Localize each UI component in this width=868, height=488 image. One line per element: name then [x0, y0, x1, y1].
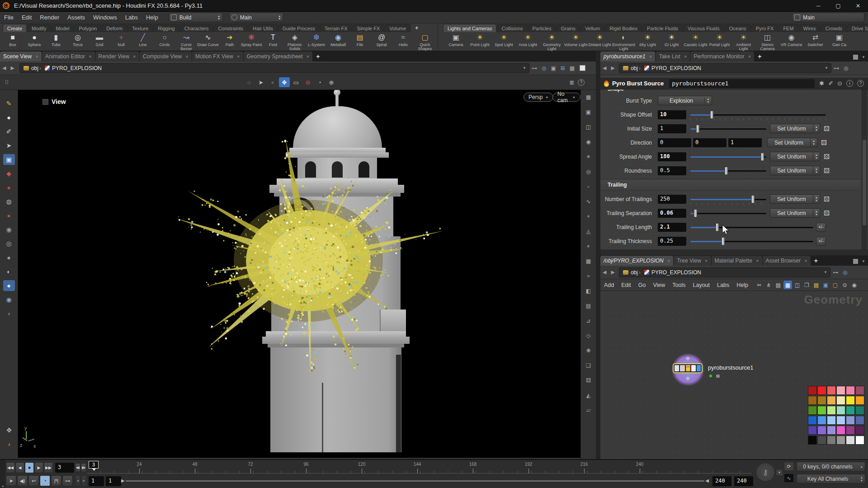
pane-tab--obj-pyro-explosion[interactable]: /obj/PYRO_EXPLOSION✕	[600, 256, 673, 266]
rewind-button[interactable]: ◀◀	[6, 462, 15, 473]
grid-tool[interactable]: ▬Grid	[89, 33, 110, 51]
display-options-icon[interactable]: ≣	[566, 77, 577, 87]
range-end-field[interactable]: 240	[712, 476, 731, 486]
pane-tab-material-palette[interactable]: Material Palette✕	[712, 256, 762, 266]
shelf-tab-modify[interactable]: Modify	[27, 24, 51, 32]
palette-swatch[interactable]	[817, 426, 826, 435]
color-swatch-icon[interactable]	[580, 65, 585, 71]
close-button[interactable]: ✕	[848, 0, 868, 12]
param-slider[interactable]	[690, 110, 826, 119]
menu-render[interactable]: Render	[36, 12, 63, 23]
uniform-spinner[interactable]: ▲▼	[813, 166, 820, 175]
param-scrollbar[interactable]	[862, 89, 867, 249]
close-tab-icon[interactable]: ✕	[89, 55, 92, 59]
shelf-tab-fem[interactable]: FEM	[778, 24, 798, 32]
box-display-icon[interactable]: ▫	[584, 182, 594, 191]
pane-menu-icon[interactable]	[853, 55, 858, 60]
param-slider[interactable]	[690, 152, 766, 161]
layout-single-icon[interactable]: ▦	[584, 93, 594, 102]
add-pane-tab-button[interactable]: +	[313, 52, 323, 61]
close-tab-icon[interactable]: ✕	[684, 55, 687, 59]
l-system-tool[interactable]: ❆L-System	[306, 33, 327, 51]
attract-tool-icon[interactable]: ●	[3, 210, 15, 221]
radar-icon[interactable]: ◎	[584, 167, 594, 176]
sky-light-tool[interactable]: ☀Sky Light	[636, 33, 660, 51]
burst-icon[interactable]: ❋	[584, 346, 594, 355]
snapshot-icon[interactable]: ▣	[548, 65, 558, 71]
palette-swatch[interactable]	[808, 426, 817, 435]
shelf-tab-grains[interactable]: Grains	[557, 24, 580, 32]
randomize-icon[interactable]: ⚄	[823, 125, 830, 132]
path-root[interactable]: obj	[31, 65, 38, 71]
tree-icon[interactable]: ⋔	[764, 281, 773, 289]
note-icon[interactable]: ▤	[812, 281, 821, 289]
help-icon[interactable]: ?	[857, 80, 864, 87]
menu-labs[interactable]: Labs	[121, 12, 142, 23]
path-dropdown-icon[interactable]: ▼	[825, 66, 828, 70]
wave-icon[interactable]: ∿	[584, 197, 594, 206]
palette-swatch[interactable]	[836, 406, 845, 415]
maximize-button[interactable]: ▢	[828, 0, 848, 12]
menu-edit[interactable]: Edit	[18, 12, 36, 23]
audio-icon[interactable]: ◀)	[17, 475, 28, 486]
play-button[interactable]: ▶	[34, 462, 43, 473]
tube-tool[interactable]: ▮Tube	[45, 33, 67, 51]
palette-swatch[interactable]	[846, 396, 855, 405]
plusminus-button[interactable]: +/-	[816, 223, 826, 232]
close-tab-icon[interactable]: ✕	[756, 259, 759, 263]
shelf-tab-particle-fluids[interactable]: Particle Fluids	[642, 24, 683, 32]
shelf-tab-characters[interactable]: Characters	[180, 24, 213, 32]
key-marker-icon[interactable]: ⊶	[62, 475, 73, 486]
spot-light-tool[interactable]: ☀Spot Light	[492, 33, 516, 51]
shelf-tab-hair-utils[interactable]: Hair Utils	[248, 24, 278, 32]
palette-swatch[interactable]	[808, 436, 817, 445]
shelf-tab-oceans[interactable]: Oceans	[725, 24, 751, 32]
diamond-icon[interactable]: ◇	[584, 331, 594, 340]
viewport-help-icon[interactable]: ?	[578, 79, 585, 86]
prism-icon[interactable]: ◭	[584, 391, 594, 400]
line-tool[interactable]: ╱Line	[132, 33, 154, 51]
close-tab-icon[interactable]: ✕	[237, 55, 240, 59]
null-tool[interactable]: +Null	[110, 33, 132, 51]
draw-curve-tool[interactable]: ∿Draw Curve	[197, 33, 219, 51]
palette-swatch[interactable]	[846, 426, 855, 435]
geometry-light-tool[interactable]: ☀Geometry Light	[540, 33, 564, 51]
pane-tab-render-view[interactable]: Render View✕	[95, 52, 139, 61]
palette-swatch[interactable]	[817, 396, 826, 405]
palette-swatch[interactable]	[855, 426, 864, 435]
value-field[interactable]: 1	[658, 124, 686, 133]
set-uniform-button[interactable]: Set Uniform	[770, 124, 813, 133]
node-display-flag[interactable]	[709, 374, 712, 378]
uniform-spinner[interactable]: ▲▼	[811, 138, 817, 147]
target-icon[interactable]: ⌖	[584, 242, 594, 251]
palette-swatch[interactable]	[817, 436, 826, 445]
shelf-tab-rigging[interactable]: Rigging	[153, 24, 179, 32]
hand-tool-icon[interactable]: ✥	[3, 425, 15, 436]
next-frame-button[interactable]: ▮▶	[81, 463, 86, 472]
close-tab-icon[interactable]: ✕	[307, 55, 310, 59]
param-slider[interactable]	[690, 124, 766, 133]
range-next-key-button[interactable]: ▶	[81, 475, 87, 486]
pyro-burst-source-node[interactable]	[673, 363, 703, 373]
randomize-icon[interactable]: ⚄	[823, 195, 830, 203]
set-uniform-button[interactable]: Set Uniform	[770, 166, 813, 175]
auto-key-icon[interactable]: ⟳	[784, 462, 794, 471]
close-tab-icon[interactable]: ✕	[748, 55, 751, 59]
area-light-tool[interactable]: ☀Area Light	[516, 33, 540, 51]
shelf-tab-pyro-fx[interactable]: Pyro FX	[751, 24, 778, 32]
palette-swatch[interactable]	[836, 416, 845, 425]
grid-icon[interactable]: ▦	[584, 257, 594, 266]
value-field[interactable]: 0.25	[658, 237, 686, 246]
path-tool[interactable]: ➜Path	[219, 33, 241, 51]
param-path-field[interactable]: obj › PYRO_EXPLOSION ▼	[619, 63, 831, 73]
plane-icon[interactable]: ▱	[584, 406, 594, 415]
scoppy-icon[interactable]: ∿	[784, 474, 794, 483]
desktop-selector[interactable]: Build ▲▼	[169, 13, 223, 22]
key-all-channels-button[interactable]: Key All Channels ▲▼	[797, 474, 865, 483]
two-pane-icon[interactable]: ◫	[584, 122, 594, 131]
range-left-handle[interactable]: ▶	[121, 478, 125, 483]
param-slider[interactable]	[690, 195, 766, 204]
eye-icon[interactable]: ◉	[584, 137, 594, 146]
shelf-tab-particles[interactable]: Particles	[528, 24, 556, 32]
radar-link-icon[interactable]: ◎	[539, 65, 548, 71]
